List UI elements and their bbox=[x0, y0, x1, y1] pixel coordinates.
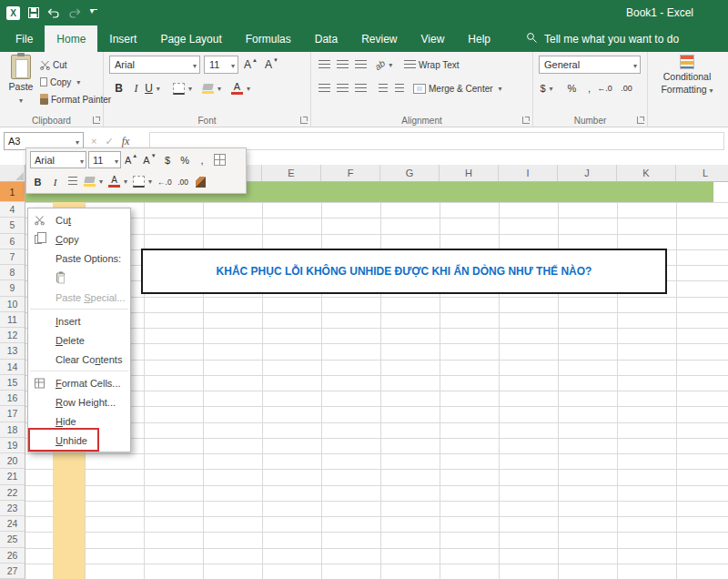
row-header-11[interactable]: 11 bbox=[0, 312, 25, 328]
mini-bold-button[interactable]: B bbox=[30, 173, 46, 190]
column-header-h[interactable]: H bbox=[440, 165, 499, 181]
row-header-25[interactable]: 25 bbox=[0, 532, 25, 547]
shrink-font-button[interactable]: A▼ bbox=[264, 56, 279, 74]
row-header-23[interactable]: 23 bbox=[0, 501, 25, 516]
row-header-26[interactable]: 26 bbox=[0, 548, 25, 564]
tab-insert[interactable]: Insert bbox=[97, 25, 148, 52]
italic-button[interactable]: I bbox=[128, 79, 144, 97]
row-header-12[interactable]: 12 bbox=[0, 328, 25, 343]
tab-file[interactable]: File bbox=[4, 25, 45, 52]
mini-accounting-button[interactable]: $ bbox=[160, 151, 176, 168]
row-header-21[interactable]: 21 bbox=[0, 469, 25, 484]
underline-button[interactable]: U bbox=[145, 79, 160, 97]
alignment-dialog-launcher-icon[interactable] bbox=[522, 117, 530, 124]
insert-function-icon[interactable]: fx bbox=[122, 135, 130, 148]
row-header-6[interactable]: 6 bbox=[0, 234, 25, 249]
top-align-button[interactable] bbox=[317, 56, 332, 74]
cut-button[interactable]: Cut bbox=[40, 57, 67, 72]
sheet-textbox[interactable]: KHẮC PHỤC LỖI KHÔNG UNHIDE ĐƯỢC KHI ẨN D… bbox=[141, 249, 667, 294]
row-header-22[interactable]: 22 bbox=[0, 485, 25, 501]
mini-fill-color-button[interactable] bbox=[82, 173, 105, 190]
font-name-combo[interactable]: Arial bbox=[109, 56, 200, 74]
tab-data[interactable]: Data bbox=[303, 25, 349, 52]
column-header-l[interactable]: L bbox=[676, 165, 728, 181]
copy-button[interactable]: Copy bbox=[40, 75, 80, 89]
align-center-button[interactable] bbox=[335, 79, 350, 97]
mini-table-button[interactable] bbox=[212, 151, 228, 168]
decrease-decimal-button[interactable]: .00 bbox=[619, 79, 634, 97]
row-header-16[interactable]: 16 bbox=[0, 391, 25, 406]
customize-quick-access-icon[interactable] bbox=[89, 5, 98, 21]
chevron-down-icon[interactable] bbox=[76, 136, 79, 147]
number-format-combo[interactable]: General bbox=[539, 56, 641, 74]
conditional-formatting-button[interactable]: Conditional Formatting bbox=[652, 55, 723, 95]
column-header-j[interactable]: J bbox=[558, 165, 617, 181]
menu-item-format-cells[interactable]: Format Cells... bbox=[28, 373, 130, 392]
row-header-24[interactable]: 24 bbox=[0, 516, 25, 532]
paste-dropdown-icon[interactable] bbox=[19, 94, 23, 105]
row-header-10[interactable]: 10 bbox=[0, 297, 25, 312]
mini-borders-button[interactable] bbox=[131, 173, 154, 190]
paste-option-button[interactable] bbox=[28, 268, 130, 288]
mini-decrease-decimal-button[interactable]: .00 bbox=[176, 173, 191, 190]
row-header-4[interactable]: 4 bbox=[0, 202, 25, 218]
fill-color-button[interactable] bbox=[202, 79, 221, 97]
mini-percent-button[interactable]: % bbox=[177, 151, 193, 168]
mini-grow-font-button[interactable]: A▲ bbox=[123, 151, 139, 168]
tab-help[interactable]: Help bbox=[456, 25, 502, 52]
row-header-7[interactable]: 7 bbox=[0, 249, 25, 265]
tab-page-layout[interactable]: Page Layout bbox=[148, 25, 233, 52]
column-header-e[interactable]: E bbox=[262, 165, 321, 181]
font-color-button[interactable]: A bbox=[231, 79, 250, 97]
increase-decimal-button[interactable]: ←.0 bbox=[597, 79, 612, 97]
font-dialog-launcher-icon[interactable] bbox=[300, 117, 308, 124]
borders-button[interactable] bbox=[173, 79, 192, 97]
format-painter-button[interactable]: Format Painter bbox=[40, 92, 111, 107]
row-header-17[interactable]: 17 bbox=[0, 406, 25, 422]
mini-italic-button[interactable]: I bbox=[47, 173, 63, 190]
menu-item-paste-options[interactable]: Paste Options: bbox=[28, 249, 130, 268]
column-header-i[interactable]: I bbox=[499, 165, 558, 181]
row-header-1[interactable]: 1 bbox=[0, 182, 25, 202]
row-header-15[interactable]: 15 bbox=[0, 375, 25, 391]
mini-increase-decimal-button[interactable]: ←.0 bbox=[156, 173, 174, 190]
bottom-align-button[interactable] bbox=[353, 56, 369, 74]
row-header-19[interactable]: 19 bbox=[0, 438, 25, 453]
column-header-g[interactable]: G bbox=[380, 165, 440, 181]
select-all-corner[interactable] bbox=[0, 165, 25, 182]
font-size-combo[interactable]: 11 bbox=[204, 56, 238, 74]
mini-comma-button[interactable]: , bbox=[195, 151, 210, 168]
percent-style-button[interactable]: % bbox=[564, 79, 580, 97]
mini-format-painter-button[interactable] bbox=[193, 173, 208, 190]
format-as-table-button-partial[interactable]: Fo Ta bbox=[723, 55, 728, 95]
decrease-indent-button[interactable] bbox=[375, 79, 390, 97]
row-header-9[interactable]: 9 bbox=[0, 280, 25, 296]
menu-item-cut[interactable]: Cut bbox=[28, 210, 130, 229]
middle-align-button[interactable] bbox=[335, 56, 350, 74]
mini-font-name-combo[interactable]: Arial bbox=[30, 151, 86, 168]
number-dialog-launcher-icon[interactable] bbox=[637, 117, 644, 124]
column-header-f[interactable]: F bbox=[321, 165, 380, 181]
row-header-14[interactable]: 14 bbox=[0, 360, 25, 375]
merge-center-button[interactable]: Merge & Center bbox=[413, 81, 502, 96]
menu-item-row-height[interactable]: Row Height... bbox=[28, 392, 130, 411]
row-header-18[interactable]: 18 bbox=[0, 422, 25, 438]
increase-indent-button[interactable] bbox=[391, 79, 407, 97]
comma-style-button[interactable]: , bbox=[581, 79, 597, 97]
orientation-button[interactable]: ab bbox=[375, 56, 392, 74]
clipboard-dialog-launcher-icon[interactable] bbox=[93, 117, 100, 124]
tab-formulas[interactable]: Formulas bbox=[234, 25, 303, 52]
row-header-8[interactable]: 8 bbox=[0, 265, 25, 280]
tab-view[interactable]: View bbox=[410, 25, 457, 52]
grow-font-button[interactable]: A▲ bbox=[243, 56, 258, 74]
accounting-format-button[interactable]: $ bbox=[539, 79, 554, 97]
tab-home[interactable]: Home bbox=[45, 25, 97, 52]
mini-shrink-font-button[interactable]: A▼ bbox=[141, 151, 157, 168]
align-left-button[interactable] bbox=[317, 79, 332, 97]
bold-button[interactable]: B bbox=[111, 79, 126, 97]
mini-font-color-button[interactable]: A bbox=[106, 173, 129, 190]
row-header-13[interactable]: 13 bbox=[0, 343, 25, 359]
mini-center-button[interactable] bbox=[65, 173, 80, 190]
menu-item-insert[interactable]: Insert bbox=[28, 311, 130, 330]
menu-item-copy[interactable]: Copy bbox=[28, 229, 130, 249]
